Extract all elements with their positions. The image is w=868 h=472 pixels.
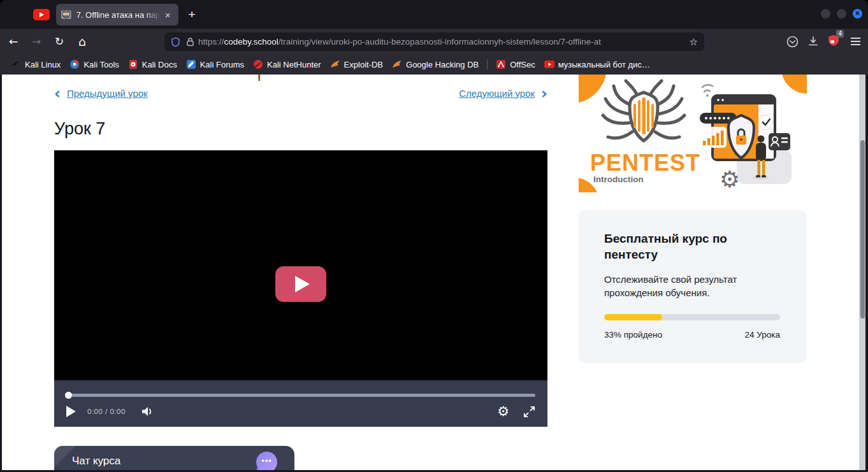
clipped-heading-fragment [258, 75, 260, 81]
bookmark-label: Kali NetHunter [267, 60, 321, 69]
bookmark-label: Kali Tools [83, 60, 119, 69]
bookmark-label: Kali Forums [200, 60, 244, 69]
course-progress-card: Бесплатный курс по пентесту Отслеживайте… [579, 210, 807, 363]
navigation-toolbar: ← → ↻ ⌂ https://codeby.school/training/v… [0, 29, 868, 54]
bookmark-kali-docs[interactable]: Kali Docs [124, 57, 182, 71]
new-tab-button[interactable]: + [184, 6, 200, 23]
url-text[interactable]: https://codeby.school/training/view/urok… [198, 37, 686, 46]
active-tab[interactable]: 7. Offline атака на пароли × [56, 4, 178, 25]
svg-text:⚙: ⚙ [720, 166, 740, 192]
tab-bar: 7. Offline атака на пароли × + × [0, 0, 868, 29]
bookmark-star-icon[interactable]: ☆ [690, 36, 698, 48]
youtube-icon [544, 61, 554, 68]
bookmark-offsec[interactable]: OffSec [491, 57, 540, 71]
bookmark-exploit-db[interactable]: Exploit-DB [326, 57, 387, 71]
seek-thumb[interactable] [65, 392, 72, 399]
bookmark-label: Kali Linux [25, 60, 61, 69]
browser-window: 7. Offline атака на пароли × + × ← → ↻ ⌂… [0, 0, 868, 472]
prev-lesson-label[interactable]: Предыдущий урок [67, 88, 148, 99]
video-screen[interactable] [54, 150, 547, 380]
url-path: /training/view/uroki-po-auditu-bezopasno… [278, 37, 601, 46]
tab-close-icon[interactable]: × [162, 10, 173, 20]
adblock-extension-button[interactable]: 4 [828, 34, 839, 49]
bookmark-kali-forums[interactable]: Kali Forums [182, 57, 249, 71]
chat-title: Чат курса [72, 455, 120, 468]
window-controls: × [821, 9, 862, 18]
close-window-button[interactable]: × [853, 9, 862, 18]
time-total: 0:00 [110, 408, 126, 415]
ghdb-bird-icon [392, 59, 402, 69]
lesson-navigation: ‹Предыдущий урок Следующий урок› [54, 88, 547, 102]
bookmark-label: OffSec [510, 60, 535, 69]
bookmark-label: Exploit-DB [344, 60, 383, 69]
course-banner-illustration: PENTEST Introduction [579, 75, 807, 192]
bookmark-kali-linux[interactable]: Kali Linux [6, 57, 65, 71]
lessons-count-label: 24 Урока [745, 330, 780, 340]
player-controls-bar: 0:00 / 0:00 ⚙ [54, 380, 547, 427]
course-progress-fill [604, 314, 662, 320]
big-play-button[interactable] [275, 266, 326, 302]
minimize-button[interactable] [821, 9, 830, 18]
settings-gear-icon[interactable]: ⚙ [497, 404, 509, 419]
menu-hamburger-icon[interactable] [848, 35, 863, 48]
extension-badge: 4 [836, 30, 844, 38]
toolbar-right-icons: 4 [786, 29, 863, 54]
course-progress-bar [604, 314, 780, 320]
fullscreen-icon[interactable] [523, 406, 535, 418]
tracking-protection-shield-icon[interactable] [171, 37, 180, 47]
back-icon[interactable]: ← [4, 32, 23, 50]
bookmark-kali-nethunter[interactable]: Kali NetHunter [249, 57, 326, 71]
course-banner[interactable]: PENTEST Introduction [579, 75, 807, 192]
url-domain: codeby.school [224, 37, 278, 46]
progress-percent-label: 33% пройдено [604, 330, 662, 340]
kali-forums-icon [186, 59, 196, 69]
bookmark-label: музыкальный бот дис… [558, 60, 650, 69]
maximize-button[interactable] [837, 9, 846, 18]
kali-dragon-icon [11, 59, 21, 69]
forward-icon[interactable]: → [27, 32, 46, 50]
offsec-icon [496, 59, 506, 69]
course-chat-widget[interactable]: Чат курса ••• [54, 446, 294, 470]
lock-icon[interactable] [186, 37, 194, 46]
seek-bar[interactable] [66, 394, 535, 397]
exploit-db-bird-icon [330, 59, 340, 69]
bookmark-kali-tools[interactable]: Kali Tools [65, 57, 123, 71]
bookmark-label: Kali Docs [142, 60, 177, 69]
time-current: 0:00 [87, 408, 103, 415]
time-separator: / [105, 408, 108, 415]
next-lesson-label[interactable]: Следующий урок [459, 88, 535, 99]
home-icon[interactable]: ⌂ [73, 32, 92, 50]
url-bar[interactable]: https://codeby.school/training/view/urok… [164, 32, 704, 51]
lesson-title: Урок 7 [54, 119, 105, 139]
reload-icon[interactable]: ↻ [50, 32, 69, 50]
bookmarks-separator [487, 59, 488, 69]
next-lesson-link[interactable]: Следующий урок› [459, 88, 547, 99]
video-player: 0:00 / 0:00 ⚙ [54, 150, 547, 427]
chat-bubble-icon[interactable]: ••• [256, 452, 277, 470]
bookmarks-bar: Kali Linux Kali Tools Kali Docs Kali For… [0, 54, 868, 75]
prev-lesson-link[interactable]: ‹Предыдущий урок [54, 88, 148, 99]
volume-icon[interactable] [141, 406, 155, 417]
page-scrollbar[interactable] [859, 75, 865, 470]
chevron-right-icon: › [541, 85, 547, 103]
downloads-icon[interactable] [807, 36, 819, 47]
pinned-tab-youtube[interactable] [31, 8, 52, 21]
course-card-title: Бесплатный курс по пентесту [604, 231, 781, 262]
bookmark-label: Google Hacking DB [406, 60, 479, 69]
play-button-icon[interactable] [66, 406, 76, 417]
banner-title: PENTEST [590, 150, 700, 176]
banner-subtitle: Introduction [593, 175, 644, 184]
kali-docs-icon [128, 59, 138, 69]
youtube-icon [33, 9, 50, 20]
bookmark-google-hacking-db[interactable]: Google Hacking DB [387, 57, 483, 71]
tab-title: 7. Offline атака на пароли [76, 10, 161, 20]
chevron-left-icon: ‹ [54, 85, 61, 103]
url-protocol: https:// [198, 37, 224, 46]
course-card-description: Отслеживайте свой результат прохождения … [604, 273, 781, 299]
kali-nethunter-icon [253, 59, 263, 69]
kali-tools-icon [69, 59, 80, 69]
scrollbar-thumb[interactable] [860, 140, 865, 318]
bookmark-music-bot[interactable]: музыкальный бот дис… [540, 58, 655, 71]
codeby-favicon-owl-icon [61, 10, 71, 20]
pocket-icon[interactable] [786, 36, 799, 48]
